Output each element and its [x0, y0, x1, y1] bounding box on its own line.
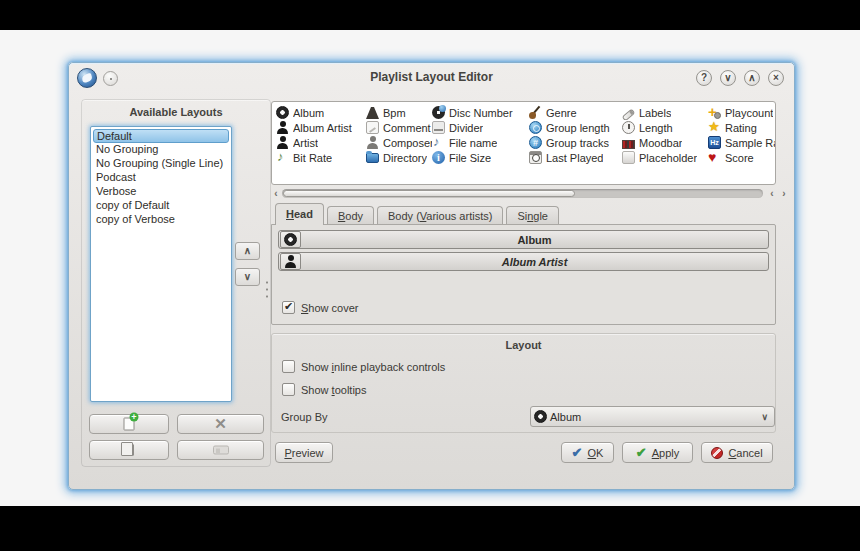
- layout-list-item[interactable]: copy of Verbose: [93, 213, 229, 227]
- layout-list-item[interactable]: No Grouping (Single Line): [93, 157, 229, 171]
- move-layout-up-button[interactable]: ∧: [235, 242, 260, 260]
- token-length[interactable]: Length: [622, 120, 708, 135]
- layout-row-album[interactable]: Album: [278, 230, 769, 249]
- token-group-length[interactable]: Group length: [529, 120, 622, 135]
- star-icon: [708, 121, 721, 134]
- tab-single[interactable]: Single: [506, 206, 559, 225]
- rename-layout-button[interactable]: [177, 440, 264, 460]
- note-blue-icon: [432, 136, 445, 149]
- cd-icon: [276, 106, 289, 119]
- titlebar[interactable]: Playlist Layout Editor ? ∨ ∧ ×: [69, 63, 794, 93]
- token-disc-number[interactable]: Disc Number: [432, 105, 529, 120]
- tab-body-various-artists-[interactable]: Body (Various artists): [377, 206, 503, 225]
- apply-button[interactable]: ✔ Apply: [622, 442, 693, 463]
- tab-body[interactable]: Body: [327, 206, 374, 225]
- scroll-left-icon[interactable]: ‹: [271, 188, 281, 199]
- layout-list-item[interactable]: Default: [93, 129, 229, 143]
- token-sample-rate[interactable]: Sample Rate: [708, 135, 776, 150]
- token-label: Album Artist: [293, 122, 352, 134]
- token-last-played[interactable]: Last Played: [529, 150, 622, 165]
- token-artist[interactable]: Artist: [276, 135, 366, 150]
- row-label: Album: [301, 234, 768, 246]
- token-label: Artist: [293, 137, 318, 149]
- token-pool-scrollbar[interactable]: ‹ ‹ ›: [271, 188, 791, 199]
- token-label: Genre: [546, 107, 577, 119]
- row-icon-box: [280, 231, 301, 248]
- show-tooltips-label: Show tooltips: [301, 384, 366, 396]
- show-inline-playback-controls-row[interactable]: Show inline playback controls: [282, 360, 445, 373]
- token-labels[interactable]: Labels: [622, 105, 708, 120]
- token-file-name[interactable]: File name: [432, 135, 529, 150]
- show-tooltips-checkbox[interactable]: [282, 383, 295, 396]
- token-placeholder[interactable]: Placeholder: [622, 150, 708, 165]
- delete-layout-button[interactable]: ✕: [177, 414, 264, 434]
- token-label: Moodbar: [639, 137, 682, 149]
- scroll-left-icon[interactable]: ‹: [767, 188, 777, 199]
- heart-icon: [708, 151, 721, 164]
- scrollbar-groove[interactable]: [282, 189, 763, 198]
- show-cover-checkbox[interactable]: [282, 301, 295, 314]
- group-by-label: Group By: [281, 411, 327, 423]
- token-album-artist[interactable]: Album Artist: [276, 120, 366, 135]
- token-album[interactable]: Album: [276, 105, 366, 120]
- show-cover-row[interactable]: Show cover: [282, 301, 358, 314]
- token-label: Composer: [383, 137, 432, 149]
- help-icon[interactable]: ?: [696, 70, 712, 86]
- layout-list-item[interactable]: Podcast: [93, 171, 229, 185]
- cancel-label: Cancel: [728, 447, 762, 459]
- group-by-combobox[interactable]: Album ∨: [530, 406, 775, 427]
- token-column: Disc NumberDividerFile nameFile Size: [432, 105, 529, 184]
- move-layout-down-button[interactable]: ∨: [235, 268, 260, 286]
- token-label: Divider: [449, 122, 483, 134]
- token-group-tracks[interactable]: Group tracks: [529, 135, 622, 150]
- layout-list-item[interactable]: No Grouping: [93, 143, 229, 157]
- token-column: BpmCommentComposerDirectory: [366, 105, 432, 184]
- panel-splitter-handle[interactable]: [265, 279, 269, 301]
- token-rating[interactable]: Rating: [708, 120, 776, 135]
- tab-head[interactable]: Head: [275, 203, 324, 225]
- token-composer[interactable]: Composer: [366, 135, 432, 150]
- guitar-icon: [529, 106, 542, 119]
- minimize-icon[interactable]: ∨: [720, 70, 736, 86]
- row-label: Album Artist: [301, 256, 768, 268]
- person-icon: [276, 121, 289, 134]
- chevron-down-icon: ∨: [761, 412, 768, 422]
- cancel-icon: [711, 447, 723, 459]
- maximize-icon[interactable]: ∧: [744, 70, 760, 86]
- scrollbar-thumb[interactable]: [283, 190, 575, 197]
- group-by-value: Album: [550, 411, 761, 423]
- token-moodbar[interactable]: Moodbar: [622, 135, 708, 150]
- apply-label: Apply: [652, 447, 680, 459]
- layout-list-item[interactable]: copy of Default: [93, 199, 229, 213]
- token-bpm[interactable]: Bpm: [366, 105, 432, 120]
- cancel-button[interactable]: Cancel: [701, 442, 773, 463]
- ok-button[interactable]: ✔ OK: [561, 442, 614, 463]
- rename-icon: [213, 446, 229, 455]
- token-genre[interactable]: Genre: [529, 105, 622, 120]
- layout-row-album-artist[interactable]: Album Artist: [278, 252, 769, 271]
- preview-button[interactable]: Preview: [275, 442, 333, 463]
- available-layouts-title: Available Layouts: [82, 106, 270, 118]
- token-comment[interactable]: Comment: [366, 120, 432, 135]
- layouts-listbox[interactable]: DefaultNo GroupingNo Grouping (Single Li…: [90, 126, 232, 402]
- close-icon[interactable]: ×: [768, 70, 784, 86]
- token-bit-rate[interactable]: Bit Rate: [276, 150, 366, 165]
- token-file-size[interactable]: File Size: [432, 150, 529, 165]
- new-document-icon: [124, 418, 135, 431]
- token-playcount[interactable]: Playcount: [708, 105, 776, 120]
- show-inline-playback-controls-checkbox[interactable]: [282, 360, 295, 373]
- moodbar-icon: [622, 140, 635, 149]
- token-directory[interactable]: Directory: [366, 150, 432, 165]
- layout-list-item[interactable]: Verbose: [93, 185, 229, 199]
- token-score[interactable]: Score: [708, 150, 776, 165]
- cd-blue-icon: [432, 106, 445, 119]
- copy-layout-button[interactable]: [89, 440, 169, 460]
- scroll-right-icon[interactable]: ›: [779, 188, 789, 199]
- token-label: Group tracks: [546, 137, 609, 149]
- note-green-icon: [276, 151, 289, 164]
- token-divider[interactable]: Divider: [432, 120, 529, 135]
- comment-icon: [366, 121, 379, 134]
- new-layout-button[interactable]: [89, 414, 169, 434]
- show-tooltips-row[interactable]: Show tooltips: [282, 383, 366, 396]
- available-layouts-panel: Available Layouts DefaultNo GroupingNo G…: [81, 99, 271, 467]
